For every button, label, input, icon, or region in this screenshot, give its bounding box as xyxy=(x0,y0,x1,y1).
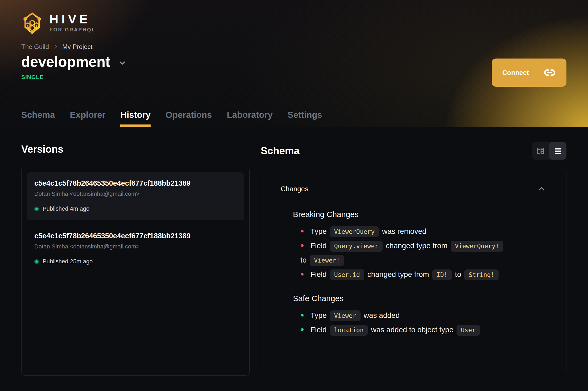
code-chip: ViewerQuery! xyxy=(451,241,503,252)
code-chip: Query.viewer xyxy=(330,241,383,252)
chevron-up-icon[interactable] xyxy=(537,184,546,193)
published-dot-icon xyxy=(34,259,39,264)
safe-changes-title: Safe Changes xyxy=(293,294,558,303)
brand-tagline: FOR GRAPHQL xyxy=(49,27,96,33)
tab-laboratory[interactable]: Laboratory xyxy=(227,110,272,127)
columns-view-button[interactable] xyxy=(532,142,549,160)
code-chip: location xyxy=(330,325,368,336)
link-icon xyxy=(544,66,556,79)
chevron-down-icon[interactable] xyxy=(118,59,127,67)
change-text: Type xyxy=(310,227,327,235)
version-hash: c5e4c1c5f78b26465350e4ecf677cf188bb21389 xyxy=(34,232,237,240)
change-text: Field xyxy=(310,270,327,278)
bullet-icon xyxy=(301,230,304,232)
change-text: changed type from xyxy=(367,270,429,278)
change-item: TypeViewerwas added xyxy=(300,308,558,323)
change-item: TypeViewerQuerywas removed xyxy=(300,224,558,239)
changes-label: Changes xyxy=(281,185,308,193)
version-status: Published 25m ago xyxy=(34,258,237,265)
change-item: FieldUser.idchanged type fromID!toString… xyxy=(300,267,558,282)
version-status-label: Published 25m ago xyxy=(43,258,93,265)
version-card[interactable]: c5e4c1c5f78b26465350e4ecf677cf188bb21389… xyxy=(27,225,244,273)
version-status-label: Published 4m ago xyxy=(43,205,89,212)
code-chip: ID! xyxy=(432,269,452,280)
bullet-icon xyxy=(301,314,304,317)
change-text: was added to object type xyxy=(371,326,453,334)
breadcrumb-project[interactable]: My Project xyxy=(62,43,92,51)
change-text: Type xyxy=(310,311,327,319)
connect-button[interactable]: Connect xyxy=(492,59,566,87)
bullet-icon xyxy=(301,328,304,331)
target-title-row: development xyxy=(21,53,567,70)
breadcrumb: The Guild My Project xyxy=(21,43,567,51)
version-card[interactable]: c5e4c1c5f78b26465350e4ecf677cf188bb21389… xyxy=(27,172,244,220)
tab-settings[interactable]: Settings xyxy=(288,110,322,127)
schema-column: Schema xyxy=(261,127,566,376)
changes-collapse-header[interactable]: Changes xyxy=(261,169,566,193)
breadcrumb-org[interactable]: The Guild xyxy=(21,43,49,51)
change-item: FieldQuery.viewerchanged type fromViewer… xyxy=(300,239,558,267)
bullet-icon xyxy=(301,273,304,276)
schema-changes-panel: Changes Breaking Changes TypeViewerQuery… xyxy=(261,169,566,375)
code-chip: Viewer xyxy=(330,310,361,321)
versions-panel: c5e4c1c5f78b26465350e4ecf677cf188bb21389… xyxy=(21,167,250,376)
list-view-button[interactable] xyxy=(549,142,566,160)
published-dot-icon xyxy=(34,207,39,211)
change-text: was removed xyxy=(382,227,426,235)
main-content: Versions c5e4c1c5f78b26465350e4ecf677cf1… xyxy=(0,127,588,376)
change-text: Field xyxy=(310,326,327,334)
version-hash: c5e4c1c5f78b26465350e4ecf677cf188bb21389 xyxy=(34,179,237,188)
code-chip: ViewerQuery xyxy=(330,226,379,237)
header: HIVE FOR GRAPHQL The Guild My Project de… xyxy=(0,0,588,127)
brand[interactable]: HIVE FOR GRAPHQL xyxy=(21,11,567,35)
change-text: changed type from xyxy=(386,242,448,250)
columns-view-icon xyxy=(536,147,545,155)
code-chip: String! xyxy=(464,269,499,280)
breaking-changes-title: Breaking Changes xyxy=(293,210,558,219)
code-chip: Viewer! xyxy=(310,255,344,266)
tab-history[interactable]: History xyxy=(120,110,151,127)
list-view-icon xyxy=(554,147,562,155)
version-author: Dotan Simha <dotansimha@gmail.com> xyxy=(34,190,237,197)
tab-explorer[interactable]: Explorer xyxy=(70,110,106,127)
tab-bar: Schema Explorer History Operations Labor… xyxy=(21,110,567,127)
version-status: Published 4m ago xyxy=(34,205,237,212)
hive-logo-icon xyxy=(21,11,43,35)
brand-name: HIVE xyxy=(49,13,96,25)
change-text: was added xyxy=(364,311,400,319)
hive-app: HIVE FOR GRAPHQL The Guild My Project de… xyxy=(0,0,588,391)
tab-operations[interactable]: Operations xyxy=(165,110,212,127)
target-type-badge: SINGLE xyxy=(21,74,567,80)
page-title: development xyxy=(21,53,110,70)
versions-heading: Versions xyxy=(21,144,250,155)
safe-changes-list: TypeViewerwas added Fieldlocationwas add… xyxy=(293,308,558,337)
changes-body: Breaking Changes TypeViewerQuerywas remo… xyxy=(261,193,566,337)
code-chip: User xyxy=(457,325,480,336)
view-toggle xyxy=(532,142,566,160)
bullet-icon xyxy=(301,244,304,247)
change-text: to xyxy=(300,256,307,264)
schema-heading: Schema xyxy=(261,145,300,157)
versions-column: Versions c5e4c1c5f78b26465350e4ecf677cf1… xyxy=(21,127,250,376)
connect-button-label: Connect xyxy=(502,69,529,77)
code-chip: User.id xyxy=(330,269,364,280)
schema-header-row: Schema xyxy=(261,142,566,160)
change-text: to xyxy=(455,270,461,278)
chevron-right-icon xyxy=(53,44,59,50)
change-text: Field xyxy=(310,242,327,250)
tab-schema[interactable]: Schema xyxy=(21,110,55,127)
version-author: Dotan Simha <dotansimha@gmail.com> xyxy=(34,243,237,250)
change-item: Fieldlocationwas added to object typeUse… xyxy=(300,323,558,337)
breaking-changes-list: TypeViewerQuerywas removed FieldQuery.vi… xyxy=(293,224,558,282)
